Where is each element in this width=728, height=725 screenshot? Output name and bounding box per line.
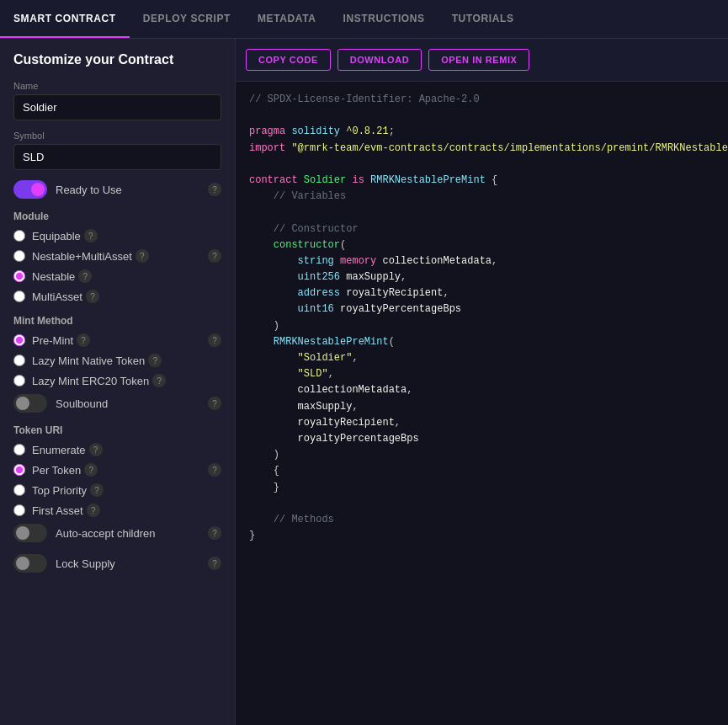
- auto-accept-label: Auto-accept children: [56, 527, 156, 540]
- right-panel: COPY CODE DOWNLOAD OPEN IN REMIX // SPDX…: [236, 39, 728, 725]
- symbol-label: Symbol: [13, 131, 221, 141]
- lock-supply-row: Lock Supply ?: [13, 554, 221, 573]
- uri-toppriority-radio[interactable]: [13, 484, 25, 496]
- module-nestable-multiasset-option[interactable]: Nestable+MultiAsset ? ?: [13, 249, 221, 263]
- copy-code-button[interactable]: COPY CODE: [246, 49, 331, 71]
- tab-instructions[interactable]: INSTRUCTIONS: [329, 0, 438, 38]
- symbol-input[interactable]: [13, 144, 221, 170]
- tab-deploy-script[interactable]: DEPLOY SCRIPT: [130, 0, 244, 38]
- module-nestable-option[interactable]: Nestable ?: [13, 269, 221, 283]
- module-nestable-multiasset-help-icon[interactable]: ?: [136, 249, 149, 263]
- uri-enumerate-help-icon[interactable]: ?: [89, 443, 103, 456]
- name-label: Name: [13, 81, 221, 91]
- open-remix-button[interactable]: OPEN IN REMIX: [428, 49, 529, 71]
- main-layout: Customize your Contract Name Symbol Read…: [0, 39, 728, 725]
- uri-enumerate-option[interactable]: Enumerate ?: [13, 443, 221, 456]
- uri-pertoken-label: Per Token: [32, 464, 81, 477]
- uri-toppriority-help-icon[interactable]: ?: [90, 483, 104, 497]
- mint-lazy-erc20-radio[interactable]: [13, 375, 25, 386]
- lock-supply-help-icon[interactable]: ?: [208, 557, 221, 570]
- mint-lazy-erc20-option[interactable]: Lazy Mint ERC20 Token ?: [13, 374, 221, 387]
- panel-title: Customize your Contract: [13, 52, 221, 67]
- module-multiasset-radio[interactable]: [13, 291, 25, 302]
- mint-premint-radio[interactable]: [13, 334, 25, 346]
- ready-to-use-help-icon[interactable]: ?: [208, 183, 221, 196]
- module-nestable-multiasset-extra-help[interactable]: ?: [208, 249, 221, 263]
- mint-premint-help-icon[interactable]: ?: [77, 333, 90, 347]
- uri-pertoken-option[interactable]: Per Token ? ?: [13, 463, 221, 477]
- uri-firstasset-help-icon[interactable]: ?: [87, 504, 100, 517]
- token-uri-section-header: Token URI: [13, 424, 221, 436]
- uri-pertoken-radio[interactable]: [13, 464, 25, 476]
- name-input[interactable]: [13, 94, 221, 120]
- uri-pertoken-help-icon[interactable]: ?: [84, 463, 98, 477]
- download-button[interactable]: DOWNLOAD: [337, 49, 422, 71]
- mint-premint-option[interactable]: Pre-Mint ? ?: [13, 333, 221, 347]
- mint-lazy-native-radio[interactable]: [13, 355, 25, 366]
- tab-tutorials[interactable]: TUTORIALS: [438, 0, 528, 38]
- module-multiasset-label: MultiAsset: [32, 291, 82, 303]
- mint-method-section-header: Mint Method: [13, 315, 221, 327]
- auto-accept-toggle[interactable]: [13, 524, 47, 542]
- tab-smart-contract[interactable]: SMART CONTRACT: [0, 0, 130, 38]
- lock-supply-toggle[interactable]: [13, 554, 47, 573]
- mint-lazy-native-help-icon[interactable]: ?: [148, 354, 162, 367]
- mint-lazy-native-label: Lazy Mint Native Token: [32, 355, 145, 367]
- uri-enumerate-label: Enumerate: [32, 444, 86, 456]
- module-equipable-option[interactable]: Equipable ?: [13, 229, 221, 243]
- uri-firstasset-label: First Asset: [32, 504, 83, 517]
- module-nestable-multiasset-radio[interactable]: [13, 250, 25, 262]
- mint-lazy-native-option[interactable]: Lazy Mint Native Token ?: [13, 354, 221, 367]
- uri-firstasset-radio[interactable]: [13, 504, 25, 516]
- uri-pertoken-extra-help[interactable]: ?: [208, 463, 221, 477]
- module-multiasset-help-icon[interactable]: ?: [86, 290, 99, 303]
- mint-premint-extra-help[interactable]: ?: [208, 333, 221, 347]
- module-multiasset-option[interactable]: MultiAsset ?: [13, 290, 221, 303]
- code-editor: // SPDX-License-Identifier: Apache-2.0 p…: [236, 82, 728, 725]
- module-nestable-multiasset-label: Nestable+MultiAsset: [32, 250, 132, 263]
- module-section-header: Module: [13, 211, 221, 222]
- mint-lazy-erc20-help-icon[interactable]: ?: [152, 374, 166, 387]
- lock-supply-label: Lock Supply: [56, 557, 115, 570]
- name-field-group: Name: [13, 81, 221, 120]
- top-nav: SMART CONTRACT DEPLOY SCRIPT METADATA IN…: [0, 0, 728, 39]
- module-equipable-label: Equipable: [32, 230, 81, 243]
- uri-firstasset-option[interactable]: First Asset ?: [13, 504, 221, 517]
- ready-to-use-toggle[interactable]: [13, 180, 47, 199]
- auto-accept-help-icon[interactable]: ?: [208, 526, 221, 540]
- soulbound-help-icon[interactable]: ?: [208, 397, 221, 410]
- toolbar-row: COPY CODE DOWNLOAD OPEN IN REMIX: [236, 39, 728, 82]
- symbol-field-group: Symbol: [13, 131, 221, 170]
- mint-lazy-erc20-label: Lazy Mint ERC20 Token: [32, 375, 149, 387]
- mint-premint-label: Pre-Mint: [32, 334, 73, 347]
- soulbound-toggle[interactable]: [13, 394, 47, 413]
- tab-metadata[interactable]: METADATA: [244, 0, 329, 38]
- auto-accept-row: Auto-accept children ?: [13, 524, 221, 542]
- soulbound-label: Soulbound: [56, 397, 108, 410]
- module-nestable-help-icon[interactable]: ?: [78, 269, 92, 283]
- uri-toppriority-label: Top Priority: [32, 484, 87, 497]
- uri-toppriority-option[interactable]: Top Priority ?: [13, 483, 221, 497]
- soulbound-row: Soulbound ?: [13, 394, 221, 413]
- module-equipable-help-icon[interactable]: ?: [84, 229, 98, 243]
- ready-to-use-label: Ready to Use: [56, 184, 122, 196]
- uri-enumerate-radio[interactable]: [13, 444, 25, 456]
- module-nestable-radio[interactable]: [13, 270, 25, 282]
- left-panel: Customize your Contract Name Symbol Read…: [0, 39, 236, 725]
- module-nestable-label: Nestable: [32, 270, 75, 283]
- module-equipable-radio[interactable]: [13, 230, 25, 242]
- ready-to-use-row: Ready to Use ?: [13, 180, 221, 199]
